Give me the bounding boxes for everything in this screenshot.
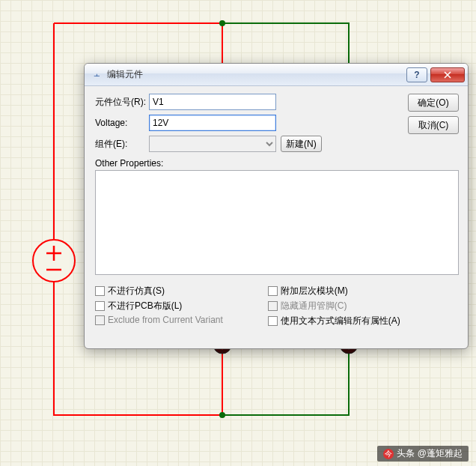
svg-point-0 (219, 20, 225, 26)
ref-label: 元件位号(R): (95, 96, 149, 109)
dialog-title: 编辑元件 (107, 68, 403, 81)
watermark-icon: 今 (383, 449, 394, 459)
exclude-variant-checkbox (95, 315, 105, 325)
checks-right-column: 附加层次模块(M) 隐藏通用管脚(C) 使用文本方式编辑所有属性(A) (268, 285, 400, 327)
component-label: 组件(E): (95, 138, 149, 151)
no-pcb-checkbox[interactable] (95, 301, 105, 311)
no-sim-label: 不进行仿真(S) (108, 285, 165, 297)
voltage-label: Voltage: (95, 118, 149, 128)
edit-component-dialog: ⫠ 编辑元件 ? 元件位号(R): 隐藏: Voltage: 隐藏: 组件(E)… (84, 63, 469, 349)
watermark-text: 头条 @蓬矩雅起 (397, 447, 463, 460)
hide-pins-label: 隐藏通用管脚(C) (281, 300, 347, 312)
watermark: 今 头条 @蓬矩雅起 (377, 446, 469, 462)
other-properties-textarea[interactable] (95, 170, 459, 275)
exclude-variant-label: Exclude from Current Variant (108, 315, 223, 325)
component-icon: ⫠ (91, 69, 103, 81)
voltage-input[interactable] (149, 115, 276, 131)
attach-hier-label: 附加层次模块(M) (281, 285, 348, 297)
ref-input[interactable] (149, 94, 276, 110)
close-button[interactable] (430, 67, 465, 82)
checks-left-column: 不进行仿真(S) 不进行PCB布版(L) Exclude from Curren… (95, 285, 223, 327)
ok-button[interactable]: 确定(O) (408, 94, 459, 112)
other-properties-label: Other Properties: (95, 158, 459, 169)
dialog-titlebar[interactable]: ⫠ 编辑元件 ? (85, 64, 468, 86)
attach-hier-checkbox[interactable] (268, 286, 278, 296)
help-button[interactable]: ? (406, 67, 427, 82)
svg-point-1 (219, 412, 225, 418)
new-button[interactable]: 新建(N) (281, 136, 322, 152)
hide-pins-checkbox (268, 301, 278, 311)
edit-text-checkbox[interactable] (268, 316, 278, 326)
edit-text-label: 使用文本方式编辑所有属性(A) (281, 315, 400, 327)
no-sim-checkbox[interactable] (95, 286, 105, 296)
cancel-button[interactable]: 取消(C) (408, 116, 459, 134)
no-pcb-label: 不进行PCB布版(L) (108, 300, 182, 312)
component-combo[interactable] (149, 136, 276, 152)
